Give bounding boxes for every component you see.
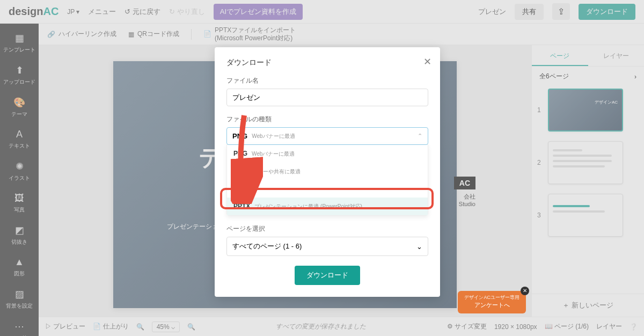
filetype-label: ファイルの種類 [226, 115, 428, 124]
filename-label: ファイル名 [226, 76, 428, 85]
chevron-down-icon: ⌄ [416, 243, 422, 251]
survey-link[interactable]: アンケートへ [464, 301, 519, 309]
chevron-up-icon: ⌃ [418, 133, 422, 140]
selected-format: PNG [232, 132, 247, 140]
close-survey-icon[interactable]: ✕ [521, 287, 529, 295]
close-icon[interactable]: ✕ [423, 56, 431, 68]
option-jpg[interactable]: JWebバナーや共有に最適 [227, 163, 428, 180]
modal-title: ダウンロード [226, 58, 428, 68]
download-modal: ダウンロード ✕ ファイル名 ファイルの種類 PNG Webバナーに最適 ⌃ P… [215, 47, 440, 297]
filename-input[interactable] [226, 89, 428, 106]
page-select[interactable]: すべてのページ (1 - 6) ⌄ [226, 237, 428, 256]
survey-popup[interactable]: ✕ デザインACユーザー専用 アンケートへ [458, 291, 526, 313]
modal-download-button[interactable]: ダウンロード [295, 266, 360, 285]
option-png[interactable]: PNGWebバナーに最適 [227, 145, 428, 163]
option-pptx[interactable]: PPTXプレゼンテーションに最適 (PowerPoint対応) [227, 198, 428, 215]
filetype-select[interactable]: PNG Webバナーに最適 ⌃ [226, 127, 428, 145]
survey-title: デザインACユーザー専用 [464, 294, 519, 301]
filetype-dropdown: PNGWebバナーに最適 JWebバナーや共有に最適 P PPTXプレゼンテーシ… [226, 144, 428, 216]
selected-hint: Webバナーに最適 [252, 133, 295, 140]
pagesel-label: ページを選択 [226, 224, 428, 233]
option-pdf[interactable]: P [227, 180, 428, 198]
